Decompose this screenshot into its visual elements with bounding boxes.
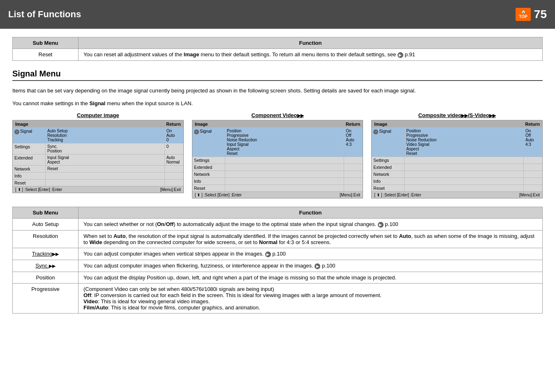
component-menu-header: Image Return [192, 120, 363, 127]
table-row: Progressive (Component Video can only be… [13, 283, 543, 313]
position-submenu: Position [13, 272, 79, 283]
page-title: List of Functions [8, 9, 81, 20]
extended-row2: Extended [192, 164, 363, 171]
reset-row3: Reset [372, 184, 542, 191]
reset-table-col1-header: Sub Menu [13, 37, 79, 49]
reset-row: Reset [13, 179, 183, 186]
signal-row-highlight: ○Signal Auto SetupResolutionTracking OnA… [13, 127, 183, 143]
component-menu: Image Return ○Signal PositionProgressive… [192, 120, 363, 198]
composite-menu: Image Return ○Signal PositionProgressive… [371, 120, 543, 198]
reset-table-col2-header: Function [79, 37, 543, 49]
info-row3: Info [372, 178, 542, 184]
page-header: List of Functions 🏠 TOP 75 [0, 0, 555, 29]
signal-desc2: You cannot make settings in the Signal m… [12, 99, 543, 108]
signal-row-highlight2: ○Signal PositionProgressiveNoise Reducti… [192, 127, 363, 157]
circle-icon3: ○ [373, 129, 378, 134]
table-row: Reset You can reset all adjustment value… [13, 49, 543, 61]
settings-row3: Settings [372, 157, 542, 164]
screenshot-composite-title: Composite video▶▶/S-Video▶▶ [418, 112, 496, 118]
settings-row: Settings Sync.Position 0 [13, 143, 183, 154]
signal-table-col2-header: Function [79, 207, 543, 218]
sync-submenu: Sync.▶▶ [13, 260, 79, 272]
network-row2: Network [192, 171, 363, 178]
circle-icon: ○ [14, 129, 19, 134]
resolution-function: When set to Auto, the resolution of the … [79, 230, 543, 248]
settings-row2: Settings [192, 157, 363, 164]
extended-row3: Extended [372, 164, 542, 171]
info-row2: Info [192, 178, 363, 184]
reset-row2: Reset [192, 184, 363, 191]
network-row3: Network [372, 171, 542, 178]
info-row: Info [13, 172, 183, 179]
signal-table-col1-header: Sub Menu [13, 207, 79, 218]
top-badge: 🏠 TOP [516, 8, 530, 21]
progressive-line2: Off: IP conversion is carried out for ea… [83, 292, 537, 298]
signal-row-highlight3: ○Signal PositionProgressiveNoise Reducti… [372, 127, 542, 157]
screenshots-row: Computer image Image Return ○Signal Auto… [12, 112, 543, 198]
screenshot-composite: Composite video▶▶/S-Video▶▶ Image Return… [371, 112, 543, 198]
reset-submenu-cell: Reset [13, 49, 79, 61]
main-content: Sub Menu Function Reset You can reset al… [0, 29, 555, 330]
resolution-submenu: Resolution [13, 230, 79, 248]
progressive-line1: (Component Video can only be set when 48… [83, 286, 537, 292]
autosetup-submenu: Auto Setup [13, 218, 79, 230]
progressive-line3: Video: This is ideal for viewing general… [83, 298, 537, 304]
link-icon4: ▶ [314, 263, 320, 269]
computer-menu: Image Return ○Signal Auto SetupResolutio… [12, 120, 184, 193]
signal-function-table: Sub Menu Function Auto Setup You can sel… [12, 207, 543, 314]
table-row: Resolution When set to Auto, the resolut… [13, 230, 543, 248]
composite-menu-footer: [ ⬆ ] :Select [Enter] :Enter [Menu]:Exit [372, 191, 542, 198]
progressive-function: (Component Video can only be set when 48… [79, 283, 543, 313]
progressive-line4: Film/Auto: This is ideal for movie films… [83, 304, 537, 311]
composite-arrow1: ▶▶ [461, 113, 468, 118]
table-row: Tracking▶▶ You can adjust computer image… [13, 248, 543, 260]
table-row: Sync.▶▶ You can adjust computer images w… [13, 260, 543, 272]
position-function: You can adjust the display Position up, … [79, 272, 543, 283]
tracking-submenu: Tracking▶▶ [13, 248, 79, 260]
network-row: Network Reset [13, 165, 183, 172]
autosetup-function: You can select whether or not (On/Off) t… [79, 218, 543, 230]
header-right: 🏠 TOP 75 [516, 8, 547, 21]
sync-function: You can adjust computer images when flic… [79, 260, 543, 272]
component-arrow: ▶▶ [297, 113, 304, 118]
signal-desc1: Items that can be set vary depending on … [12, 87, 543, 95]
computer-menu-header: Image Return [13, 120, 183, 127]
link-icon2: ▶ [378, 222, 384, 228]
screenshot-computer: Computer image Image Return ○Signal Auto… [12, 112, 184, 198]
link-icon3: ▶ [265, 251, 271, 257]
composite-menu-header: Image Return [372, 120, 542, 127]
progressive-submenu: Progressive [13, 283, 79, 313]
screenshot-computer-title: Computer image [77, 112, 119, 118]
reset-function-cell: You can reset all adjustment values of t… [79, 49, 543, 61]
component-menu-footer: [ ⬆ ] :Select [Enter] :Enter [Menu]:Exit [192, 191, 363, 198]
reset-table: Sub Menu Function Reset You can reset al… [12, 37, 543, 61]
table-row: Auto Setup You can select whether or not… [13, 218, 543, 230]
circle-icon2: ○ [194, 129, 199, 134]
tracking-function: You can adjust computer images when vert… [79, 248, 543, 260]
signal-menu-heading: Signal Menu [12, 69, 543, 81]
badge-icon: 🏠 [519, 9, 527, 14]
screenshot-component: Component Video▶▶ Image Return ○Signal P… [192, 112, 363, 198]
composite-arrow2: ▶▶ [489, 113, 496, 118]
table-row: Position You can adjust the display Posi… [13, 272, 543, 283]
page-number: 75 [534, 8, 547, 21]
extended-row: Extended Input SignalAspect AutoNormal [13, 154, 183, 165]
screenshot-component-title: Component Video▶▶ [252, 112, 304, 118]
link-icon: ▶ [398, 52, 403, 58]
computer-menu-footer: [ ⬆ ] :Select [Enter] :Enter [Menu]:Exit [13, 186, 183, 193]
